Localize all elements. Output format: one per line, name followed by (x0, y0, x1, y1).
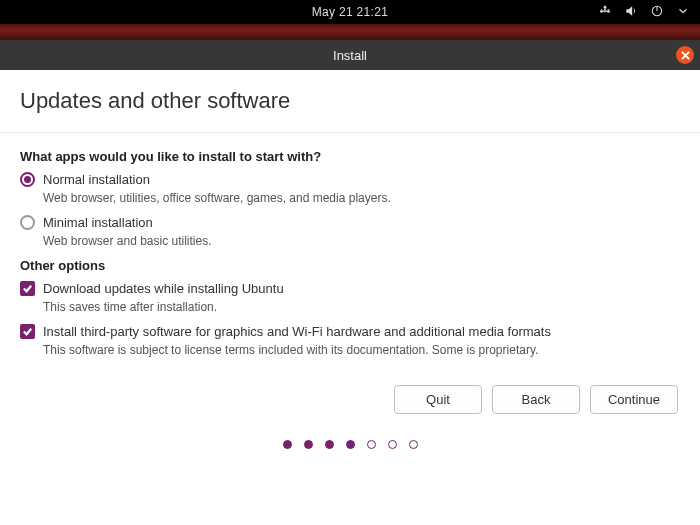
radio-icon (20, 215, 35, 230)
checkbox-download-updates[interactable]: Download updates while installing Ubuntu (20, 281, 680, 296)
power-icon[interactable] (650, 4, 664, 21)
checkbox-icon (20, 281, 35, 296)
checkbox-thirdparty-label: Install third-party software for graphic… (43, 324, 551, 339)
radio-minimal-desc: Web browser and basic utilities. (43, 234, 680, 248)
clock: May 21 21:21 (312, 5, 388, 19)
step-dot (388, 440, 397, 449)
svg-point-2 (607, 10, 609, 12)
checkbox-updates-label: Download updates while installing Ubuntu (43, 281, 284, 296)
quit-button[interactable]: Quit (394, 385, 482, 414)
step-dot (304, 440, 313, 449)
window-title: Install (333, 48, 367, 63)
step-dot (283, 440, 292, 449)
step-dot (409, 440, 418, 449)
decoration-strip (0, 24, 700, 40)
network-icon[interactable] (598, 4, 612, 21)
checkbox-third-party[interactable]: Install third-party software for graphic… (20, 324, 680, 339)
divider (0, 132, 700, 133)
svg-point-1 (600, 10, 602, 12)
radio-normal-label: Normal installation (43, 172, 150, 187)
continue-button[interactable]: Continue (590, 385, 678, 414)
back-button[interactable]: Back (492, 385, 580, 414)
other-options-heading: Other options (20, 258, 680, 273)
topbar-indicators (598, 4, 690, 21)
system-topbar: May 21 21:21 (0, 0, 700, 24)
radio-minimal-install[interactable]: Minimal installation (20, 215, 680, 230)
svg-point-0 (604, 5, 606, 7)
step-dot (325, 440, 334, 449)
page-heading: Updates and other software (20, 88, 680, 114)
close-button[interactable] (676, 46, 694, 64)
close-icon (681, 51, 690, 60)
install-question: What apps would you like to install to s… (20, 149, 680, 164)
checkbox-thirdparty-desc: This software is subject to license term… (43, 343, 680, 357)
step-dot (367, 440, 376, 449)
chevron-down-icon[interactable] (676, 4, 690, 21)
checkbox-icon (20, 324, 35, 339)
radio-icon (20, 172, 35, 187)
progress-indicator (20, 440, 680, 449)
radio-normal-install[interactable]: Normal installation (20, 172, 680, 187)
step-dot (346, 440, 355, 449)
radio-minimal-label: Minimal installation (43, 215, 153, 230)
radio-normal-desc: Web browser, utilities, office software,… (43, 191, 680, 205)
volume-icon[interactable] (624, 4, 638, 21)
window-titlebar: Install (0, 40, 700, 70)
installer-content: Updates and other software What apps wou… (0, 70, 700, 449)
checkbox-updates-desc: This saves time after installation. (43, 300, 680, 314)
button-row: Quit Back Continue (20, 385, 678, 414)
